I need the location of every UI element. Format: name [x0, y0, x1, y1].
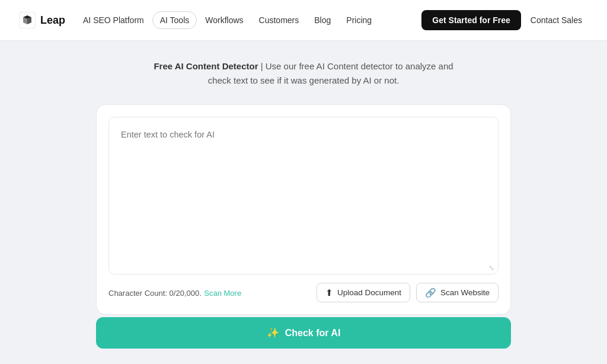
scan-website-label: Scan Website — [440, 288, 490, 297]
detector-card: ⤡ Character Count: 0/20,000. Scan More ⬆… — [96, 104, 511, 315]
page-description: Free AI Content Detector | Use our free … — [143, 59, 464, 88]
link-icon: 🔗 — [425, 288, 436, 297]
nav-ai-seo-platform[interactable]: AI SEO Platform — [76, 12, 151, 28]
text-input[interactable] — [109, 117, 498, 272]
scan-more-link[interactable]: Scan More — [204, 289, 241, 298]
check-for-ai-button[interactable]: ✨ Check for AI — [96, 317, 511, 349]
nav-blog[interactable]: Blog — [307, 12, 338, 28]
nav-workflows[interactable]: Workflows — [198, 12, 250, 28]
nav-ai-tools[interactable]: AI Tools — [152, 11, 197, 29]
get-started-button[interactable]: Get Started for Free — [421, 10, 520, 30]
nav-links: AI SEO Platform AI Tools Workflows Custo… — [76, 11, 416, 29]
scan-website-button[interactable]: 🔗 Scan Website — [416, 283, 499, 302]
upload-document-button[interactable]: ⬆ Upload Document — [317, 283, 410, 302]
main-content: Free AI Content Detector | Use our free … — [0, 40, 607, 364]
upload-icon: ⬆ — [325, 288, 333, 297]
card-footer: Character Count: 0/20,000. Scan More ⬆ U… — [108, 283, 499, 302]
logo-link[interactable]: Leap — [19, 12, 65, 28]
text-area-wrapper: ⤡ — [108, 117, 499, 274]
nav-pricing[interactable]: Pricing — [339, 12, 379, 28]
brand-name: Leap — [40, 14, 65, 27]
contact-sales-button[interactable]: Contact Sales — [525, 12, 588, 28]
check-btn-label: Check for AI — [285, 328, 341, 339]
magic-wand-icon: ✨ — [267, 327, 279, 339]
char-count-label: Character Count: 0/20,000. — [108, 289, 202, 298]
nav-customers[interactable]: Customers — [252, 12, 306, 28]
footer-actions: ⬆ Upload Document 🔗 Scan Website — [317, 283, 499, 302]
logo-icon — [19, 12, 36, 28]
char-count-section: Character Count: 0/20,000. Scan More — [108, 288, 241, 298]
upload-label: Upload Document — [337, 288, 401, 297]
navbar: Leap AI SEO Platform AI Tools Workflows … — [0, 0, 607, 40]
